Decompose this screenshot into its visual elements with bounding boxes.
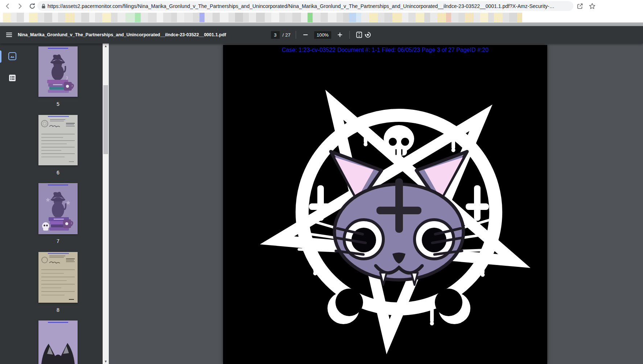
bookmark-item[interactable] (256, 13, 265, 22)
bookmark-item[interactable] (135, 13, 141, 22)
bookmark-item[interactable] (517, 13, 522, 22)
bookmark-item[interactable] (141, 13, 148, 22)
case-stamp: Case: 1:23-cv-03522 Document #: 1-1 File… (223, 47, 547, 53)
bookmark-star-button[interactable] (588, 1, 597, 11)
thumbnail-page-7[interactable] (38, 183, 78, 234)
bookmark-item[interactable] (38, 13, 44, 22)
bookmark-item[interactable] (361, 13, 369, 22)
thumbnail-page-8[interactable] (38, 252, 78, 303)
bookmark-item[interactable] (292, 13, 301, 22)
bookmark-item[interactable] (402, 13, 408, 22)
bookmark-item[interactable] (220, 13, 228, 22)
bookmark-item[interactable] (321, 13, 328, 22)
bookmark-item[interactable] (301, 13, 308, 22)
bookmark-item[interactable] (378, 13, 384, 22)
bookmark-item[interactable] (384, 13, 392, 22)
bookmark-item[interactable] (356, 13, 361, 22)
share-button[interactable] (575, 1, 585, 11)
bookmark-item[interactable] (451, 13, 458, 22)
bookmark-item[interactable] (171, 13, 177, 22)
bookmark-item[interactable] (184, 13, 193, 22)
bookmark-item[interactable] (24, 13, 29, 22)
lock-icon[interactable] (41, 3, 46, 11)
bookmark-item[interactable] (249, 13, 256, 22)
bookmark-item[interactable] (343, 13, 349, 22)
bookmark-item[interactable] (279, 13, 285, 22)
bookmark-item[interactable] (328, 13, 337, 22)
bookmark-item[interactable] (271, 13, 279, 22)
fit-page-button[interactable] (355, 30, 363, 39)
bookmark-item[interactable] (52, 13, 58, 22)
bookmarks-bar[interactable] (0, 12, 643, 22)
bookmark-item[interactable] (446, 13, 451, 22)
bookmark-item[interactable] (265, 13, 271, 22)
bookmark-item[interactable] (392, 13, 402, 22)
bookmark-item[interactable] (102, 13, 111, 22)
bookmark-item[interactable] (17, 13, 24, 22)
bookmark-item[interactable] (111, 13, 118, 22)
bookmark-item[interactable] (416, 13, 424, 22)
bookmark-item[interactable] (313, 13, 321, 22)
bookmark-item[interactable] (44, 13, 52, 22)
bookmark-item[interactable] (125, 13, 135, 22)
bookmark-item[interactable] (81, 13, 89, 22)
bookmark-item[interactable] (118, 13, 125, 22)
thumbnail-page-5[interactable] (38, 46, 78, 97)
bookmark-item[interactable] (509, 13, 517, 22)
bookmark-item[interactable] (11, 13, 17, 22)
bookmark-item[interactable] (437, 13, 446, 22)
bookmark-item[interactable] (228, 13, 235, 22)
page-number-input[interactable]: 3 (271, 31, 280, 39)
thumbnail-page-9[interactable] (38, 320, 78, 364)
bookmark-item[interactable] (458, 13, 465, 22)
bookmark-item[interactable] (199, 13, 205, 22)
bookmark-item[interactable] (243, 13, 249, 22)
thumbnail-page-6[interactable] (38, 115, 78, 165)
browser-reload-button[interactable] (28, 1, 37, 11)
zoom-out-button[interactable] (301, 30, 310, 39)
bookmark-item[interactable] (157, 13, 163, 22)
bookmark-item[interactable] (503, 13, 509, 22)
bookmark-item[interactable] (430, 13, 437, 22)
bookmark-item[interactable] (3, 13, 11, 22)
bookmark-item[interactable] (480, 13, 488, 22)
scrollbar-thumb[interactable] (103, 85, 108, 154)
bookmark-item[interactable] (235, 13, 243, 22)
rotate-button[interactable] (363, 30, 372, 39)
bookmark-item[interactable] (65, 13, 75, 22)
bookmark-item[interactable] (424, 13, 430, 22)
bookmark-item[interactable] (308, 13, 313, 22)
active-panel-indicator (0, 50, 1, 63)
bookmark-item[interactable] (75, 13, 81, 22)
url-input[interactable]: https://assets2.pacermonitor.com/filings… (48, 3, 555, 9)
bookmark-item[interactable] (337, 13, 343, 22)
bookmark-item[interactable] (163, 13, 171, 22)
bookmark-item[interactable] (205, 13, 213, 22)
menu-button[interactable] (5, 30, 13, 39)
browser-forward-button[interactable] (15, 1, 25, 11)
plus-icon (337, 32, 343, 38)
bookmark-item[interactable] (29, 13, 38, 22)
bookmark-item[interactable] (177, 13, 184, 22)
bookmark-item[interactable] (349, 13, 356, 22)
bookmark-item[interactable] (369, 13, 378, 22)
bookmark-item[interactable] (58, 13, 65, 22)
bookmark-item[interactable] (488, 13, 494, 22)
bookmark-item[interactable] (474, 13, 480, 22)
bookmark-item[interactable] (89, 13, 95, 22)
bookmark-item[interactable] (465, 13, 474, 22)
zoom-in-button[interactable] (335, 30, 344, 39)
bookmark-item[interactable] (193, 13, 199, 22)
scroll-up-button[interactable]: ▲ (103, 44, 109, 49)
outline-panel-button[interactable] (7, 72, 18, 84)
bookmark-item[interactable] (494, 13, 503, 22)
bookmark-item[interactable] (408, 13, 416, 22)
browser-back-button[interactable] (3, 1, 12, 11)
thumbnails-panel-button[interactable] (7, 50, 18, 62)
bookmark-item[interactable] (148, 13, 157, 22)
bookmark-item[interactable] (285, 13, 292, 22)
bookmark-item[interactable] (95, 13, 102, 22)
url-bar[interactable]: https://assets2.pacermonitor.com/filings… (37, 1, 573, 11)
scroll-down-button[interactable]: ▼ (103, 359, 109, 364)
bookmark-item[interactable] (213, 13, 220, 22)
